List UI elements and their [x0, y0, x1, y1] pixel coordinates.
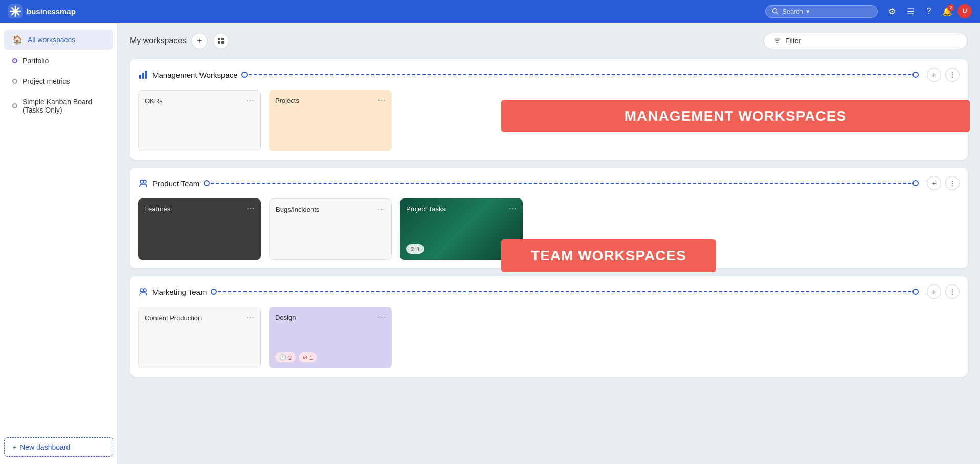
notif-badge: 2: [947, 4, 954, 11]
add-workspace-button[interactable]: +: [191, 33, 208, 49]
svg-rect-7: [139, 75, 141, 79]
new-dashboard-plus-icon: +: [13, 443, 17, 451]
svg-point-13: [143, 289, 146, 292]
management-connector-dot-left: [241, 72, 248, 78]
blocked-icon-design: ⊘: [303, 354, 307, 361]
clock-icon: 🕐: [279, 354, 286, 361]
svg-rect-8: [142, 73, 144, 79]
main-layout: 🏠 All workspaces Portfolio Project metri…: [0, 23, 980, 464]
my-workspaces-title: My workspaces: [130, 36, 186, 46]
board-card-projects[interactable]: Projects ⋯: [269, 90, 392, 151]
project-tasks-badge: ⊘ 1: [406, 244, 424, 254]
svg-rect-3: [218, 38, 220, 40]
design-time-count: 2: [288, 355, 292, 361]
product-workspace-actions: + ⋮: [927, 176, 960, 190]
search-bar[interactable]: Search ▾: [765, 5, 878, 18]
board-card-features[interactable]: Features ⋯: [138, 198, 261, 260]
board-card-content-title: Content Production: [145, 314, 202, 322]
svg-rect-4: [221, 38, 224, 40]
board-card-design[interactable]: Design ⋯ 🕐 2 ⊘ 1: [269, 307, 392, 368]
board-card-projects-menu[interactable]: ⋯: [377, 96, 386, 104]
logo-icon: [8, 4, 23, 18]
board-card-bugs-title: Bugs/Incidents: [276, 206, 319, 213]
management-workspace-section: Management Workspace + ⋮ OKRs ⋯: [130, 59, 968, 160]
board-card-project-tasks-footer: ⊘ 1: [406, 244, 517, 254]
marketing-menu-button[interactable]: ⋮: [945, 284, 960, 299]
marketing-add-button[interactable]: +: [927, 284, 941, 299]
board-card-design-menu[interactable]: ⋯: [377, 313, 386, 321]
marketing-connector-dot-right: [912, 289, 919, 295]
board-card-bugs-header: Bugs/Incidents ⋯: [276, 205, 385, 213]
new-dashboard-button[interactable]: + New dashboard: [4, 437, 113, 457]
board-card-okrs-title: OKRs: [145, 97, 163, 105]
product-add-button[interactable]: +: [927, 176, 941, 190]
management-workspace-icon: [138, 70, 148, 80]
board-card-okrs-menu[interactable]: ⋯: [246, 97, 254, 105]
marketing-workspace-header: Marketing Team + ⋮: [138, 284, 960, 299]
sidebar-item-kanban-label: Simple Kanban Board (Tasks Only): [23, 98, 105, 114]
board-card-okrs-header: OKRs ⋯: [145, 97, 254, 105]
board-card-okrs[interactable]: OKRs ⋯: [138, 90, 261, 151]
marketing-workspace-section: Marketing Team + ⋮ Content Production ⋯: [130, 276, 968, 377]
management-menu-button[interactable]: ⋮: [945, 68, 960, 82]
sidebar-item-project-metrics-label: Project metrics: [23, 77, 70, 85]
board-card-content-production[interactable]: Content Production ⋯: [138, 307, 261, 368]
marketing-workspace-icon: [138, 286, 148, 297]
management-add-button[interactable]: +: [927, 68, 941, 82]
sidebar-item-portfolio-label: Portfolio: [23, 57, 49, 65]
management-connector-line: [249, 74, 911, 75]
marketing-workspace-title: Marketing Team: [152, 288, 207, 296]
product-connector: [204, 180, 919, 186]
product-boards-row: Features ⋯ Bugs/Incidents ⋯ Project Task…: [138, 198, 960, 260]
help-button[interactable]: ?: [921, 3, 937, 19]
board-card-bugs-menu[interactable]: ⋯: [377, 205, 385, 213]
svg-rect-9: [145, 71, 147, 79]
product-menu-button[interactable]: ⋮: [945, 176, 960, 190]
board-card-project-tasks-menu[interactable]: ⋯: [508, 205, 517, 213]
topnav-icons: ⚙ ☰ ? 🔔 2 U: [884, 3, 972, 19]
board-card-project-tasks-header: Project Tasks ⋯: [406, 205, 517, 213]
filter-button[interactable]: Filter: [763, 33, 968, 49]
product-workspace-section: Product Team + ⋮ Features ⋯: [130, 168, 968, 268]
settings-button[interactable]: ⚙: [884, 3, 900, 19]
board-card-content-menu[interactable]: ⋯: [246, 314, 254, 322]
filter-icon: [774, 37, 781, 45]
marketing-workspace-actions: + ⋮: [927, 284, 960, 299]
board-card-features-title: Features: [144, 205, 170, 213]
sidebar-item-project-metrics[interactable]: Project metrics: [4, 72, 113, 91]
marketing-connector-dot-left: [211, 289, 217, 295]
blocked-icon: ⊘: [410, 246, 415, 252]
board-card-bugs[interactable]: Bugs/Incidents ⋯: [269, 198, 392, 260]
new-dashboard-label: New dashboard: [20, 443, 70, 451]
product-workspace-icon: [138, 178, 148, 188]
management-workspace-header: Management Workspace + ⋮: [138, 68, 960, 82]
sidebar: 🏠 All workspaces Portfolio Project metri…: [0, 23, 118, 464]
notifications-button[interactable]: 🔔 2: [939, 3, 955, 19]
docs-button[interactable]: ☰: [902, 3, 919, 19]
board-card-features-menu[interactable]: ⋯: [247, 205, 255, 213]
home-icon: 🏠: [12, 35, 23, 45]
search-icon: [772, 8, 779, 15]
content-area: My workspaces + Filter: [118, 23, 980, 464]
marketing-connector: [211, 289, 919, 295]
project-metrics-dot: [12, 79, 17, 84]
sidebar-item-kanban[interactable]: Simple Kanban Board (Tasks Only): [4, 93, 113, 119]
content-header: My workspaces + Filter: [130, 33, 968, 49]
board-card-projects-title: Projects: [275, 97, 299, 104]
svg-rect-6: [221, 41, 224, 44]
sidebar-item-portfolio[interactable]: Portfolio: [4, 52, 113, 70]
design-blocked-count: 1: [309, 355, 313, 361]
avatar[interactable]: U: [957, 4, 972, 18]
board-card-projects-header: Projects ⋯: [275, 96, 386, 104]
kanban-dot: [12, 103, 17, 108]
product-connector-dot-right: [912, 180, 919, 186]
search-chevron-icon: ▾: [806, 8, 810, 15]
board-card-project-tasks[interactable]: Project Tasks ⋯ ⊘ 1: [400, 198, 523, 260]
board-card-design-title: Design: [275, 314, 296, 321]
management-boards-row: OKRs ⋯ Projects ⋯: [138, 90, 960, 151]
grid-icon: [217, 37, 225, 45]
svg-point-10: [140, 180, 143, 183]
board-card-features-header: Features ⋯: [144, 205, 255, 213]
sidebar-item-all-workspaces[interactable]: 🏠 All workspaces: [4, 30, 113, 50]
workspace-view-toggle[interactable]: [213, 33, 229, 49]
